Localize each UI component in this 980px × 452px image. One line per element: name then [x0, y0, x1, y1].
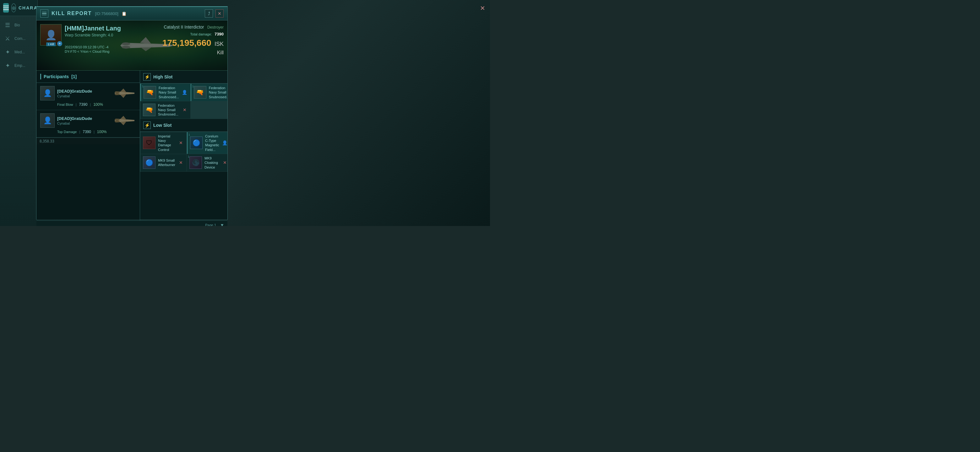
empire-icon: ✦: [3, 61, 12, 70]
combat-icon: ⚔: [3, 34, 12, 43]
window-menu-button[interactable]: [40, 10, 48, 17]
titlebar-right: ⤴ ✕: [205, 10, 224, 17]
kill-hero: 1 Kill + [HMM]Jannet Lang Warp Scramble …: [37, 21, 228, 71]
low-slot-item-4[interactable]: 1 🌑 MK9 Cloaking Device ✕: [187, 154, 228, 171]
slot-icon-l4: 🌑: [189, 156, 202, 169]
section-accent: [40, 74, 41, 79]
participant-ship-2: Cynabal: [57, 122, 111, 125]
slot-action-h3[interactable]: ✕: [181, 107, 188, 113]
high-slot-item-3[interactable]: 🔫 Federation Navy Small Snubnosed... ✕: [140, 102, 190, 119]
participant-info-2: [DEAD]GratzDude Cynabal: [57, 116, 111, 125]
pilot-name: [HMM]Jannet Lang: [65, 25, 121, 32]
hamburger-button[interactable]: [3, 3, 9, 13]
total-damage-label: Total damage:: [190, 32, 212, 36]
low-slot-item-1[interactable]: 🛡 Imperial Navy Damage Control ✕: [140, 132, 186, 154]
sidebar-item-empire[interactable]: ✦ Emp...: [3, 61, 34, 70]
window-titlebar: KILL REPORT [ID:7566800] 📋 ⤴ ✕: [37, 7, 228, 21]
participant-top-1: 👤 [DEAD]GratzDude Cynabal: [40, 86, 136, 100]
slot-icon-l3: 🔵: [143, 156, 156, 169]
slot-icon-h1: 🔫: [143, 86, 156, 98]
slot-name-h1: Federation Navy Small Snubnosed...: [159, 86, 179, 99]
copy-icon[interactable]: 📋: [122, 11, 127, 16]
pct-1: 100%: [93, 102, 103, 107]
kill-location: DY-F70 < Yrton < Cloud Ring: [65, 49, 121, 53]
participant-stats-1: Final Blow | 7390 | 100%: [40, 102, 136, 107]
slot-name-h3: Federation Navy Small Snubnosed...: [158, 103, 179, 117]
ship-name-label: Catalyst II Interdictor Destroyer: [162, 24, 224, 30]
participant-top-2: 👤 [DEAD]GratzDude Cynabal: [40, 113, 136, 128]
slot-icon-l1: 🛡: [143, 136, 156, 149]
low-slot-item-2[interactable]: 1 🔵 Corelum C-Type Magnetic Field... 👤: [187, 132, 228, 154]
participant-ship-1: Cynabal: [57, 94, 111, 98]
high-slot-section: ⚡ High Slot 1 🔫 Federation Navy Small Sn…: [140, 71, 228, 119]
pct-2: 100%: [97, 130, 107, 134]
filter-icon[interactable]: ▼: [220, 222, 224, 226]
page-indicator: Page 1: [205, 223, 216, 226]
x-icon-h3: ✕: [183, 107, 186, 113]
sidebar-item-bio[interactable]: ☰ Bio: [3, 21, 34, 30]
kill-timestamp: 2022/09/10 09:12:39 UTC -4: [65, 45, 121, 49]
slot-icon-h2: 🔫: [194, 86, 206, 98]
high-slot-item-1[interactable]: 1 🔫 Federation Navy Small Snubnosed... 👤: [140, 84, 190, 101]
slots-panel: ⚡ High Slot 1 🔫 Federation Navy Small Sn…: [140, 71, 228, 220]
pilot-section: 1 Kill + [HMM]Jannet Lang Warp Scramble …: [40, 24, 121, 53]
svg-point-16: [115, 119, 120, 121]
slot-icon-h3: 🔫: [143, 103, 156, 116]
slot-name-l4: MK9 Cloaking Device: [204, 156, 219, 170]
low-slot-icon: ⚡: [143, 122, 151, 129]
svg-point-11: [115, 91, 120, 93]
low-slot-section: ⚡ Low Slot 🛡 Imperial Navy Damage Contro…: [140, 119, 228, 172]
slot-action-l1[interactable]: ✕: [178, 140, 184, 146]
participant-entry-2: 👤 [DEAD]GratzDude Cynabal: [37, 110, 140, 138]
sidebar-label-bio: Bio: [14, 23, 20, 27]
participant-avatar-1[interactable]: 👤: [40, 86, 55, 100]
kill-type: Kill: [162, 50, 224, 56]
add-contact-button[interactable]: +: [57, 41, 62, 46]
low-slot-item-3[interactable]: 🔵 MK9 Small Afterburner ✕: [140, 154, 186, 171]
main-content: Participants [1] 👤 [DEAD]GratzDude Cynab…: [37, 71, 228, 220]
slot-name-l1: Imperial Navy Damage Control: [158, 134, 175, 152]
participants-panel: Participants [1] 👤 [DEAD]GratzDude Cynab…: [37, 71, 140, 220]
low-slot-header: ⚡ Low Slot: [140, 119, 228, 132]
export-button[interactable]: ⤴: [205, 10, 213, 17]
sidebar-item-medals[interactable]: ✦ Med...: [3, 48, 34, 57]
slot-name-l3: MK9 Small Afterburner: [158, 158, 175, 167]
participants-count: [1]: [71, 74, 76, 79]
participant-avatar-2[interactable]: 👤: [40, 113, 55, 128]
sidebar-item-combat[interactable]: ⚔ Com...: [3, 34, 34, 43]
window-close-button[interactable]: ✕: [215, 10, 224, 17]
isk-label: ISK: [215, 41, 224, 47]
svg-marker-1: [140, 37, 151, 44]
slot-action-l2[interactable]: 👤: [222, 140, 228, 146]
slot-num-h1: 1: [142, 85, 143, 88]
slot-action-l3[interactable]: ✕: [178, 159, 184, 166]
high-slot-grid: 1 🔫 Federation Navy Small Snubnosed... 👤…: [140, 84, 228, 119]
person-icon-l2: 👤: [222, 140, 228, 145]
total-damage-value: 7390: [215, 32, 224, 36]
svg-point-2: [122, 42, 130, 45]
svg-point-12: [115, 93, 120, 95]
svg-point-17: [115, 121, 120, 122]
medals-icon: ✦: [3, 48, 12, 57]
blow-type-1: Final Blow: [57, 103, 73, 106]
high-slot-item-2[interactable]: 1 🔫 Federation Navy Small Snubnosed... 👤: [191, 84, 228, 101]
high-slot-title: High Slot: [153, 75, 172, 79]
slot-name-h2: Federation Navy Small Snubnosed...: [209, 86, 228, 99]
slot-icon-l2: 🔵: [190, 136, 203, 149]
participant-ship-img-2: [114, 114, 136, 127]
blow-type-2: Top Damage: [57, 130, 76, 134]
slot-action-l4[interactable]: ✕: [222, 159, 228, 166]
participants-header: Participants [1]: [37, 71, 140, 83]
svg-point-3: [122, 46, 130, 49]
slot-num-h2: 1: [192, 85, 194, 88]
main-close-button[interactable]: ✕: [478, 4, 487, 13]
slot-action-h1[interactable]: 👤: [181, 89, 188, 95]
kill-report-window: KILL REPORT [ID:7566800] 📋 ⤴ ✕ 1 Kill + …: [36, 6, 228, 220]
window-title: KILL REPORT: [51, 11, 92, 16]
scroll-indicator: 8,358.33: [37, 138, 140, 144]
char-panel-header: ⊕ CHARACTER: [0, 0, 37, 16]
sidebar-label-combat: Com...: [14, 36, 25, 41]
slot-name-l2: Corelum C-Type Magnetic Field...: [205, 134, 219, 152]
participant-name-2: [DEAD]GratzDude: [57, 116, 111, 121]
vitruvian-icon: ⊕: [11, 3, 16, 12]
